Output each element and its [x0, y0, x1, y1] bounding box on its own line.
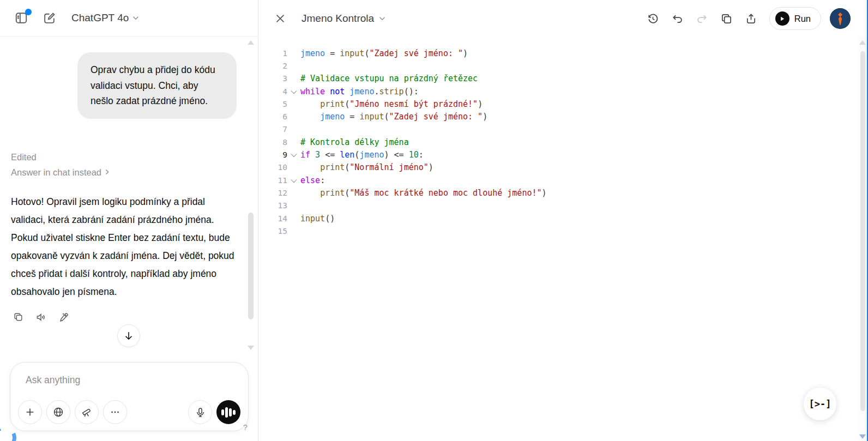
speaker-icon: [35, 312, 46, 323]
scrollbar-up-arrow[interactable]: [859, 40, 866, 45]
chevron-down-icon: [132, 14, 140, 22]
code-line[interactable]: 14input(): [266, 212, 858, 225]
line-number: 2: [266, 62, 287, 70]
globe-icon: [52, 406, 64, 418]
fold-chevron-icon[interactable]: [287, 89, 300, 94]
copy-message-button[interactable]: [11, 310, 26, 325]
line-number: 1: [266, 49, 287, 58]
help-button[interactable]: ?: [239, 421, 251, 433]
edit-sparkle-icon: [58, 312, 69, 323]
code-line[interactable]: 8# Kontrola délky jména: [266, 136, 858, 148]
telescope-icon: [81, 406, 93, 418]
code-text: if 3 <= len(jmeno) <= 10:: [300, 150, 424, 160]
code-line[interactable]: 4while not jmeno.strip():: [266, 85, 858, 98]
play-icon: [775, 11, 789, 26]
attach-button[interactable]: [18, 400, 42, 424]
ellipsis-icon: [109, 406, 121, 418]
code-text: else:: [300, 176, 325, 185]
fold-chevron-icon[interactable]: [287, 153, 300, 157]
code-line[interactable]: 2: [266, 59, 858, 72]
code-line[interactable]: 9if 3 <= len(jmeno) <= 10:: [266, 148, 858, 161]
canvas-actions: Run: [642, 7, 851, 30]
close-icon: [274, 13, 286, 25]
scrollbar-thumb[interactable]: [248, 213, 254, 319]
arrow-down-icon: [123, 330, 134, 341]
voice-wave-icon: [221, 409, 224, 415]
line-number: 5: [266, 100, 287, 108]
code-line[interactable]: 3# Validace vstupu na prázdný řetězec: [266, 73, 858, 85]
code-line[interactable]: 10 print("Normální jméno"): [266, 161, 858, 174]
code-line[interactable]: 11else:: [266, 174, 858, 186]
code-line[interactable]: 13: [266, 200, 858, 212]
share-upload-icon: [745, 13, 757, 25]
voice-mode-button[interactable]: [216, 400, 240, 424]
fold-chevron-icon[interactable]: [287, 178, 300, 183]
scroll-to-bottom-button[interactable]: [117, 324, 140, 347]
scrollbar-up-arrow[interactable]: [248, 40, 254, 45]
deep-research-button[interactable]: [75, 400, 99, 424]
code-line[interactable]: 12 print("Máš moc krátké nebo moc dlouhé…: [266, 186, 858, 199]
chat-header: ChatGPT 4o: [0, 0, 258, 37]
code-text: while not jmeno.strip():: [300, 87, 419, 96]
chat-scrollbar[interactable]: [247, 38, 255, 351]
assistant-message: Hotovo! Opravil jsem logiku podmínky a p…: [11, 193, 246, 301]
code-text: # Kontrola délky jména: [300, 137, 409, 147]
run-button[interactable]: Run: [769, 7, 821, 30]
canvas-header: Jmeno Kontrola: [259, 0, 858, 37]
code-editor[interactable]: 1jmeno = input("Zadej své jméno: ")23# V…: [259, 37, 858, 237]
answer-in-chat-label: Answer in chat instead: [11, 165, 101, 180]
copy-icon: [13, 312, 23, 322]
plus-icon: [24, 406, 36, 418]
message-composer[interactable]: Ask anything: [10, 362, 249, 431]
window-scrollbar[interactable]: [858, 37, 867, 441]
line-number: 13: [266, 201, 287, 210]
user-message-bubble: Oprav chybu a přidej do kódu validaci vs…: [77, 52, 237, 119]
code-text: # Validace vstupu na prázdný řetězec: [300, 74, 478, 83]
model-switcher[interactable]: ChatGPT 4o: [71, 12, 140, 24]
canvas-panel: Jmeno Kontrola: [259, 0, 858, 441]
chat-messages: Oprav chybu a přidej do kódu validaci vs…: [0, 37, 246, 354]
scrollbar-down-arrow[interactable]: [248, 346, 254, 350]
code-line[interactable]: 15: [266, 225, 858, 237]
run-label: Run: [794, 14, 811, 24]
scrollbar-thumb[interactable]: [860, 51, 865, 411]
open-console-button[interactable]: [>-]: [804, 388, 836, 420]
close-canvas-button[interactable]: [271, 9, 290, 28]
web-search-button[interactable]: [46, 400, 70, 424]
share-button[interactable]: [740, 8, 762, 29]
read-aloud-button[interactable]: [33, 310, 49, 325]
line-number: 10: [266, 163, 287, 172]
line-number: 7: [266, 125, 287, 134]
line-number: 8: [266, 138, 287, 147]
edit-in-canvas-button[interactable]: [56, 310, 71, 325]
composer-input[interactable]: Ask anything: [26, 374, 239, 386]
copy-code-button[interactable]: [716, 8, 737, 29]
undo-button[interactable]: [667, 8, 688, 29]
line-number: 12: [266, 189, 287, 197]
copy-icon: [720, 13, 733, 25]
code-line[interactable]: 7: [266, 123, 858, 136]
code-line[interactable]: 1jmeno = input("Zadej své jméno: "): [266, 47, 858, 59]
line-number: 3: [266, 74, 287, 83]
canvas-title: Jmeno Kontrola: [302, 13, 374, 25]
composer-toolbar: [18, 400, 240, 424]
canvas-meta: Edited Answer in chat instead: [11, 149, 246, 180]
sidebar-toggle-button[interactable]: [11, 8, 32, 28]
code-line[interactable]: 5 print("Jméno nesmí být prázdné!"): [266, 98, 858, 110]
more-tools-button[interactable]: [103, 400, 127, 424]
dictate-button[interactable]: [188, 400, 212, 424]
notification-dot: [25, 9, 32, 15]
code-text: jmeno = input("Zadej své jméno: "): [300, 112, 487, 122]
user-avatar[interactable]: [830, 8, 851, 29]
new-chat-button[interactable]: [39, 8, 59, 28]
version-history-button[interactable]: [642, 8, 664, 29]
code-text: input(): [300, 214, 335, 223]
scrollbar-down-arrow[interactable]: [859, 434, 866, 439]
redo-button[interactable]: [691, 8, 713, 29]
line-number: 11: [266, 176, 287, 185]
canvas-title-menu[interactable]: Jmeno Kontrola: [302, 13, 386, 25]
tie-avatar-icon: [830, 8, 851, 29]
answer-in-chat-link[interactable]: Answer in chat instead: [11, 165, 111, 180]
code-line[interactable]: 6 jmeno = input("Zadej své jméno: "): [266, 110, 858, 123]
line-number: 14: [266, 214, 287, 223]
